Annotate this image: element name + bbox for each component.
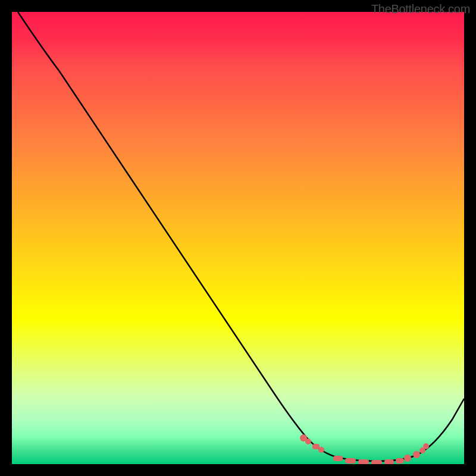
svg-rect-9 [396, 458, 404, 464]
svg-rect-2 [312, 444, 320, 449]
svg-point-11 [413, 451, 420, 458]
svg-point-3 [318, 447, 324, 453]
svg-point-0 [300, 434, 307, 441]
svg-rect-6 [358, 459, 369, 464]
bottleneck-curve [18, 12, 464, 461]
curve-svg [12, 12, 464, 464]
svg-point-12 [419, 447, 425, 453]
chart-container: TheBottleneck.com [0, 0, 476, 476]
svg-point-10 [404, 455, 411, 462]
svg-rect-8 [384, 459, 394, 464]
svg-rect-7 [371, 460, 382, 464]
plot-gradient-area [12, 12, 464, 464]
optimal-zone-markers [300, 434, 429, 464]
svg-point-1 [305, 439, 311, 444]
watermark-text: TheBottleneck.com [371, 2, 470, 16]
svg-rect-5 [345, 458, 356, 464]
svg-rect-4 [333, 456, 343, 461]
svg-point-13 [423, 443, 429, 449]
